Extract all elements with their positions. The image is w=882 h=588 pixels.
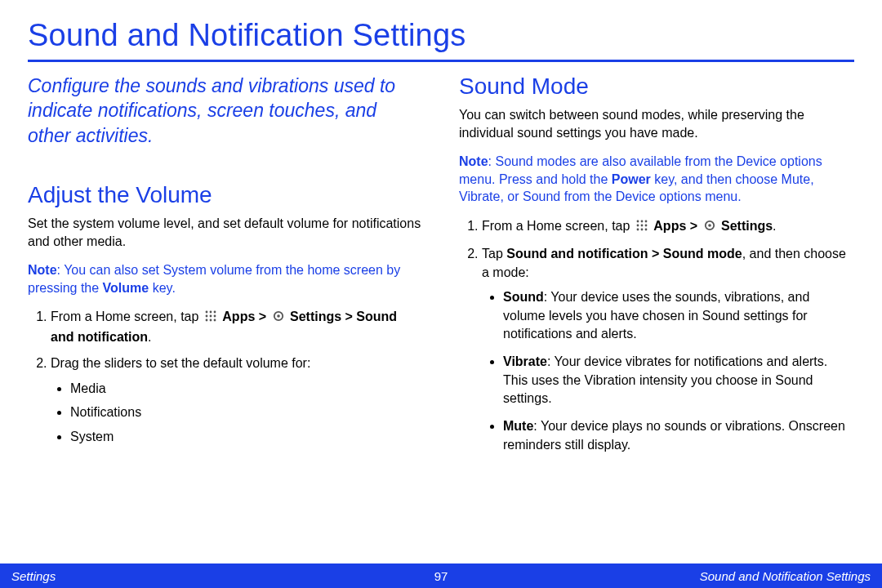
svg-point-14 (636, 225, 639, 227)
svg-point-2 (213, 311, 216, 314)
note-keyword: Power (612, 172, 651, 186)
step-2-path: Sound and notification > Sound mode (506, 247, 742, 261)
svg-point-0 (205, 311, 207, 314)
sound-mode-steps: From a Home screen, tap Apps > Settings.… (459, 217, 854, 454)
svg-point-12 (640, 220, 643, 223)
step-2-text: Drag the sliders to set the default volu… (51, 356, 310, 370)
sound-mode-desc: You can switch between sound modes, whil… (459, 106, 854, 141)
svg-point-8 (213, 319, 216, 322)
svg-point-1 (209, 311, 212, 314)
svg-point-5 (213, 315, 216, 318)
sound-modes-list: Sound: Your device uses the sounds, vibr… (482, 288, 854, 454)
note-keyword: Volume (103, 281, 149, 295)
step-1-text-a: From a Home screen, tap (51, 310, 203, 323)
step-1: From a Home screen, tap Apps > Settings … (51, 308, 423, 346)
step-1-apps: Apps > (653, 219, 701, 233)
right-column: Sound Mode You can switch between sound … (459, 74, 854, 464)
note-text-2: key. (149, 281, 176, 295)
note-label: Note (28, 263, 57, 277)
svg-point-18 (640, 229, 643, 231)
heading-adjust-volume: Adjust the Volume (28, 182, 423, 208)
intro-text: Configure the sounds and vibrations used… (28, 74, 423, 148)
left-column: Configure the sounds and vibrations used… (28, 74, 423, 464)
step-1-apps: Apps > (222, 310, 270, 323)
mode-title: Sound (503, 290, 544, 304)
settings-gear-icon (703, 219, 716, 237)
volume-sliders-list: Media Notifications System (51, 380, 423, 446)
two-column-layout: Configure the sounds and vibrations used… (28, 74, 854, 464)
mode-desc: : Your device uses the sounds, vibration… (503, 290, 809, 341)
svg-point-10 (277, 315, 280, 318)
sound-mode-note: Note: Sound modes are also available fro… (459, 153, 854, 206)
mode-sound: Sound: Your device uses the sounds, vibr… (503, 288, 854, 343)
svg-point-13 (644, 220, 647, 223)
svg-point-15 (640, 225, 643, 227)
mode-mute: Mute: Your device plays no sounds or vib… (503, 417, 854, 454)
footer-page-number: 97 (434, 569, 448, 583)
footer-left: Settings (11, 569, 56, 583)
mode-desc: : Your device plays no sounds or vibrati… (503, 419, 845, 451)
mode-title: Vibrate (503, 354, 547, 368)
document-page: Sound and Notification Settings Configur… (0, 0, 882, 588)
step-1-settings: Settings (721, 219, 773, 233)
svg-point-16 (644, 225, 647, 227)
mode-vibrate: Vibrate: Your device vibrates for notifi… (503, 353, 854, 408)
svg-point-4 (209, 315, 212, 318)
svg-point-19 (644, 229, 647, 231)
adjust-volume-desc: Set the system volume level, and set def… (28, 215, 423, 250)
svg-point-17 (636, 229, 639, 231)
step-2: Drag the sliders to set the default volu… (51, 354, 423, 445)
step-1-period: . (773, 219, 776, 233)
settings-gear-icon (272, 310, 285, 327)
note-label: Note (459, 154, 488, 168)
svg-point-21 (708, 224, 711, 227)
mode-title: Mute (503, 419, 533, 433)
title-rule (28, 60, 854, 62)
page-title: Sound and Notification Settings (28, 18, 854, 53)
svg-point-3 (205, 315, 207, 318)
svg-point-6 (205, 319, 207, 322)
step-2-text-a: Tap (482, 247, 506, 261)
step-1: From a Home screen, tap Apps > Settings. (482, 217, 854, 237)
page-footer: Settings 97 Sound and Notification Setti… (0, 564, 882, 588)
footer-right: Sound and Notification Settings (700, 569, 871, 583)
bullet-notifications: Notifications (70, 403, 423, 421)
svg-point-7 (209, 319, 212, 322)
heading-sound-mode: Sound Mode (459, 74, 854, 100)
mode-desc: : Your device vibrates for notifications… (503, 354, 827, 405)
bullet-system: System (70, 428, 423, 446)
apps-grid-icon (204, 310, 217, 327)
adjust-volume-steps: From a Home screen, tap Apps > Settings … (28, 308, 423, 445)
note-text-1: : You can also set System volume from th… (28, 263, 400, 295)
adjust-volume-note: Note: You can also set System volume fro… (28, 261, 423, 296)
step-2: Tap Sound and notification > Sound mode,… (482, 245, 854, 454)
svg-point-11 (636, 220, 639, 223)
step-1-period: . (148, 330, 151, 344)
apps-grid-icon (635, 219, 648, 237)
step-1-text-a: From a Home screen, tap (482, 219, 634, 233)
bullet-media: Media (70, 380, 423, 398)
